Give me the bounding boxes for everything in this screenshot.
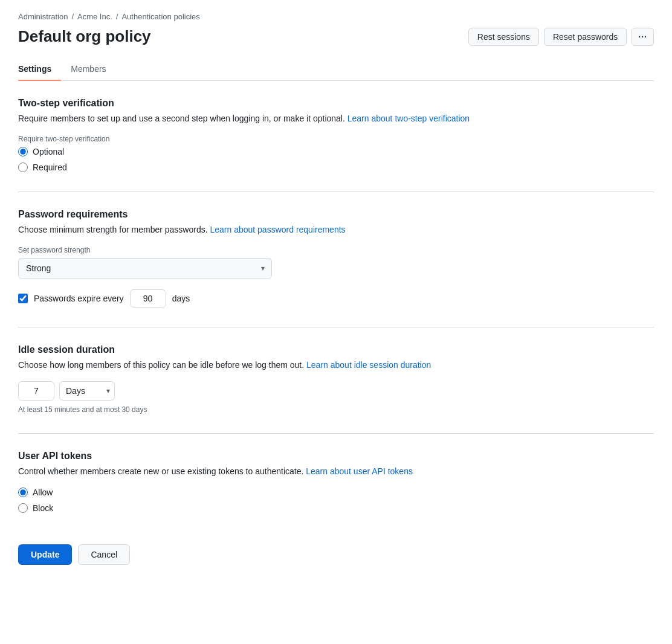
idle-duration-unit-select[interactable]: Days Hours Minutes <box>59 381 115 401</box>
breadcrumb-sep-1: / <box>71 12 74 21</box>
api-tokens-block-label: Block <box>33 503 53 513</box>
api-tokens-block-radio[interactable] <box>18 503 28 513</box>
two-step-verification-title: Two-step verification <box>18 98 654 109</box>
idle-session-section: Idle session duration Choose how long me… <box>18 344 654 414</box>
password-requirements-description: Choose minimum strength for member passw… <box>18 224 654 236</box>
header-actions: Rest sessions Reset passwords ··· <box>468 28 654 46</box>
password-requirements-title: Password requirements <box>18 209 654 220</box>
user-api-tokens-section: User API tokens Control whether members … <box>18 451 654 513</box>
password-strength-select-wrapper: Strong Medium Weak <box>18 258 272 279</box>
two-step-required-label: Required <box>33 163 67 172</box>
password-requirements-section: Password requirements Choose minimum str… <box>18 209 654 308</box>
two-step-verification-link[interactable]: Learn about two-step verification <box>347 114 470 123</box>
page-title: Default org policy <box>18 27 151 46</box>
rest-sessions-button[interactable]: Rest sessions <box>468 28 539 46</box>
two-step-optional-option[interactable]: Optional <box>18 147 654 156</box>
idle-duration-hint: At least 15 minutes and at most 30 days <box>18 405 654 414</box>
idle-duration-row: Days Hours Minutes <box>18 381 654 401</box>
password-requirements-link[interactable]: Learn about password requirements <box>210 225 345 234</box>
idle-session-title: Idle session duration <box>18 344 654 355</box>
tabs: Settings Members <box>18 58 654 81</box>
update-button[interactable]: Update <box>18 544 72 565</box>
reset-passwords-button[interactable]: Reset passwords <box>544 28 627 46</box>
more-actions-button[interactable]: ··· <box>632 28 654 46</box>
passwords-expire-input[interactable] <box>130 289 166 308</box>
two-step-required-option[interactable]: Required <box>18 163 654 172</box>
two-step-verification-description: Require members to set up and use a seco… <box>18 112 654 125</box>
idle-duration-input[interactable] <box>18 381 54 401</box>
page-header: Default org policy Rest sessions Reset p… <box>18 27 654 46</box>
breadcrumb-sep-2: / <box>116 12 118 21</box>
password-strength-select[interactable]: Strong Medium Weak <box>18 258 272 279</box>
breadcrumb-auth-policies[interactable]: Authentication policies <box>121 12 199 21</box>
api-tokens-allow-radio[interactable] <box>18 488 28 497</box>
two-step-required-radio[interactable] <box>18 163 28 172</box>
breadcrumb-administration[interactable]: Administration <box>18 12 68 21</box>
two-step-optional-label: Optional <box>33 147 64 156</box>
idle-duration-unit-wrapper: Days Hours Minutes <box>59 381 115 401</box>
passwords-expire-checkbox[interactable] <box>18 294 28 303</box>
divider-3 <box>18 433 654 434</box>
require-two-step-label: Require two-step verification <box>18 135 654 143</box>
divider-1 <box>18 192 654 192</box>
user-api-tokens-radio-group: Allow Block <box>18 488 654 513</box>
idle-session-link[interactable]: Learn about idle session duration <box>306 360 431 370</box>
api-tokens-allow-label: Allow <box>33 488 53 497</box>
passwords-expire-label: Passwords expire every <box>34 294 124 303</box>
api-tokens-block-option[interactable]: Block <box>18 503 654 513</box>
divider-2 <box>18 327 654 327</box>
passwords-expire-unit: days <box>172 294 190 303</box>
two-step-radio-group: Optional Required <box>18 147 654 172</box>
tab-settings[interactable]: Settings <box>18 58 61 81</box>
form-actions: Update Cancel <box>18 532 654 565</box>
cancel-button[interactable]: Cancel <box>78 544 130 565</box>
api-tokens-allow-option[interactable]: Allow <box>18 488 654 497</box>
passwords-expire-row: Passwords expire every days <box>18 289 654 308</box>
breadcrumb-acme[interactable]: Acme Inc. <box>77 12 112 21</box>
two-step-verification-section: Two-step verification Require members to… <box>18 98 654 172</box>
idle-session-description: Choose how long members of this policy c… <box>18 359 654 372</box>
two-step-optional-radio[interactable] <box>18 147 28 156</box>
tab-members[interactable]: Members <box>71 58 115 81</box>
breadcrumb: Administration / Acme Inc. / Authenticat… <box>18 12 654 21</box>
set-password-strength-label: Set password strength <box>18 246 654 254</box>
user-api-tokens-title: User API tokens <box>18 451 654 462</box>
user-api-tokens-description: Control whether members create new or us… <box>18 465 654 478</box>
user-api-tokens-link[interactable]: Learn about user API tokens <box>306 466 413 476</box>
